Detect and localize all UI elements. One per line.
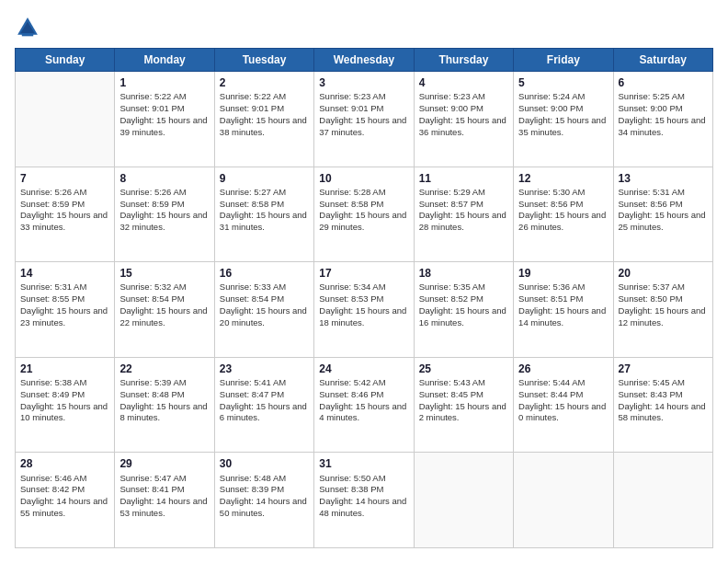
day-number: 29 — [119, 456, 209, 471]
sunset-text: Sunset: 8:54 PM — [119, 293, 209, 305]
sunset-text: Sunset: 9:01 PM — [319, 103, 408, 115]
sunset-text: Sunset: 8:55 PM — [20, 293, 109, 305]
sunrise-text: Sunrise: 5:31 AM — [619, 187, 708, 199]
day-number: 26 — [518, 362, 608, 376]
sunrise-text: Sunrise: 5:47 AM — [119, 473, 209, 485]
calendar-day-cell: 30Sunrise: 5:48 AMSunset: 8:39 PMDayligh… — [214, 453, 313, 548]
sunrise-text: Sunrise: 5:24 AM — [518, 91, 608, 103]
sunrise-text: Sunrise: 5:48 AM — [220, 473, 309, 485]
calendar-table: SundayMondayTuesdayWednesdayThursdayFrid… — [15, 48, 713, 548]
sunset-text: Sunset: 8:56 PM — [518, 199, 608, 211]
sunset-text: Sunset: 8:51 PM — [518, 293, 608, 305]
calendar-day-header: Monday — [115, 49, 214, 72]
daylight-text: Daylight: 15 hours and 16 minutes. — [419, 305, 508, 329]
calendar-day-cell: 14Sunrise: 5:31 AMSunset: 8:55 PMDayligh… — [16, 262, 115, 358]
calendar-day-cell — [414, 453, 513, 548]
sunrise-text: Sunrise: 5:22 AM — [220, 91, 309, 103]
calendar-day-cell: 3Sunrise: 5:23 AMSunset: 9:01 PMDaylight… — [314, 72, 414, 167]
day-number: 23 — [220, 362, 309, 376]
sunset-text: Sunset: 9:01 PM — [119, 103, 209, 115]
daylight-text: Daylight: 14 hours and 50 minutes. — [220, 496, 309, 520]
calendar-day-cell: 9Sunrise: 5:27 AMSunset: 8:58 PMDaylight… — [214, 167, 313, 262]
calendar-day-cell: 23Sunrise: 5:41 AMSunset: 8:47 PMDayligh… — [214, 357, 313, 453]
day-number: 6 — [619, 75, 708, 90]
sunrise-text: Sunrise: 5:22 AM — [119, 91, 209, 103]
svg-rect-2 — [22, 33, 33, 36]
sunset-text: Sunset: 8:57 PM — [419, 199, 508, 211]
sunrise-text: Sunrise: 5:31 AM — [20, 282, 109, 293]
daylight-text: Daylight: 15 hours and 31 minutes. — [220, 210, 309, 234]
sunset-text: Sunset: 9:00 PM — [619, 103, 708, 115]
page: SundayMondayTuesdayWednesdayThursdayFrid… — [0, 0, 728, 563]
day-number: 9 — [220, 171, 309, 186]
daylight-text: Daylight: 15 hours and 4 minutes. — [319, 401, 408, 425]
calendar-day-cell: 22Sunrise: 5:39 AMSunset: 8:48 PMDayligh… — [115, 357, 214, 453]
calendar-day-header: Friday — [514, 49, 613, 72]
sunset-text: Sunset: 9:00 PM — [518, 103, 608, 115]
daylight-text: Daylight: 15 hours and 26 minutes. — [518, 210, 608, 234]
sunrise-text: Sunrise: 5:39 AM — [119, 377, 209, 389]
daylight-text: Daylight: 14 hours and 55 minutes. — [20, 496, 109, 520]
sunset-text: Sunset: 8:48 PM — [119, 389, 209, 401]
sunset-text: Sunset: 8:59 PM — [119, 199, 209, 211]
calendar-day-header: Tuesday — [214, 49, 313, 72]
calendar-week-row: 28Sunrise: 5:46 AMSunset: 8:42 PMDayligh… — [16, 453, 713, 548]
daylight-text: Daylight: 15 hours and 38 minutes. — [220, 115, 309, 139]
day-number: 25 — [419, 362, 508, 376]
daylight-text: Daylight: 14 hours and 53 minutes. — [119, 496, 209, 520]
day-number: 17 — [319, 266, 408, 281]
daylight-text: Daylight: 15 hours and 32 minutes. — [119, 210, 209, 234]
sunrise-text: Sunrise: 5:38 AM — [20, 377, 109, 389]
day-number: 7 — [20, 171, 109, 186]
daylight-text: Daylight: 15 hours and 0 minutes. — [518, 401, 608, 425]
calendar-day-cell: 11Sunrise: 5:29 AMSunset: 8:57 PMDayligh… — [414, 167, 513, 262]
sunset-text: Sunset: 8:44 PM — [518, 389, 608, 401]
sunrise-text: Sunrise: 5:28 AM — [319, 187, 408, 199]
daylight-text: Daylight: 15 hours and 37 minutes. — [319, 115, 408, 139]
calendar-day-cell: 6Sunrise: 5:25 AMSunset: 9:00 PMDaylight… — [613, 72, 712, 167]
day-number: 4 — [419, 75, 508, 90]
sunset-text: Sunset: 8:53 PM — [319, 293, 408, 305]
daylight-text: Daylight: 15 hours and 18 minutes. — [319, 305, 408, 329]
calendar-day-cell — [514, 453, 613, 548]
calendar-day-cell: 12Sunrise: 5:30 AMSunset: 8:56 PMDayligh… — [514, 167, 613, 262]
calendar-day-cell: 2Sunrise: 5:22 AMSunset: 9:01 PMDaylight… — [214, 72, 313, 167]
calendar-day-cell: 15Sunrise: 5:32 AMSunset: 8:54 PMDayligh… — [115, 262, 214, 358]
calendar-day-cell: 1Sunrise: 5:22 AMSunset: 9:01 PMDaylight… — [115, 72, 214, 167]
daylight-text: Daylight: 15 hours and 35 minutes. — [518, 115, 608, 139]
calendar-day-cell: 27Sunrise: 5:45 AMSunset: 8:43 PMDayligh… — [613, 357, 712, 453]
daylight-text: Daylight: 15 hours and 29 minutes. — [319, 210, 408, 234]
sunset-text: Sunset: 8:58 PM — [319, 199, 408, 211]
day-number: 2 — [220, 75, 309, 90]
day-number: 10 — [319, 171, 408, 186]
sunset-text: Sunset: 8:59 PM — [20, 199, 109, 211]
day-number: 21 — [20, 362, 109, 376]
calendar-day-cell: 18Sunrise: 5:35 AMSunset: 8:52 PMDayligh… — [414, 262, 513, 358]
sunset-text: Sunset: 8:50 PM — [619, 293, 708, 305]
sunrise-text: Sunrise: 5:26 AM — [20, 187, 109, 199]
day-number: 5 — [518, 75, 608, 90]
calendar-day-cell: 7Sunrise: 5:26 AMSunset: 8:59 PMDaylight… — [16, 167, 115, 262]
day-number: 31 — [319, 456, 408, 471]
day-number: 13 — [619, 171, 708, 186]
sunrise-text: Sunrise: 5:30 AM — [518, 187, 608, 199]
sunrise-text: Sunrise: 5:33 AM — [220, 282, 309, 293]
calendar-day-cell: 20Sunrise: 5:37 AMSunset: 8:50 PMDayligh… — [613, 262, 712, 358]
day-number: 3 — [319, 75, 408, 90]
sunset-text: Sunset: 8:41 PM — [119, 484, 209, 496]
logo — [15, 15, 42, 40]
daylight-text: Daylight: 15 hours and 22 minutes. — [119, 305, 209, 329]
sunrise-text: Sunrise: 5:32 AM — [119, 282, 209, 293]
sunrise-text: Sunrise: 5:29 AM — [419, 187, 508, 199]
calendar-day-header: Wednesday — [314, 49, 414, 72]
day-number: 15 — [119, 266, 209, 281]
calendar-day-cell: 24Sunrise: 5:42 AMSunset: 8:46 PMDayligh… — [314, 357, 414, 453]
sunrise-text: Sunrise: 5:43 AM — [419, 377, 508, 389]
sunrise-text: Sunrise: 5:26 AM — [119, 187, 209, 199]
calendar-day-cell: 29Sunrise: 5:47 AMSunset: 8:41 PMDayligh… — [115, 453, 214, 548]
sunrise-text: Sunrise: 5:23 AM — [319, 91, 408, 103]
daylight-text: Daylight: 15 hours and 33 minutes. — [20, 210, 109, 234]
daylight-text: Daylight: 14 hours and 48 minutes. — [319, 496, 408, 520]
day-number: 1 — [119, 75, 209, 90]
daylight-text: Daylight: 15 hours and 12 minutes. — [619, 305, 708, 329]
